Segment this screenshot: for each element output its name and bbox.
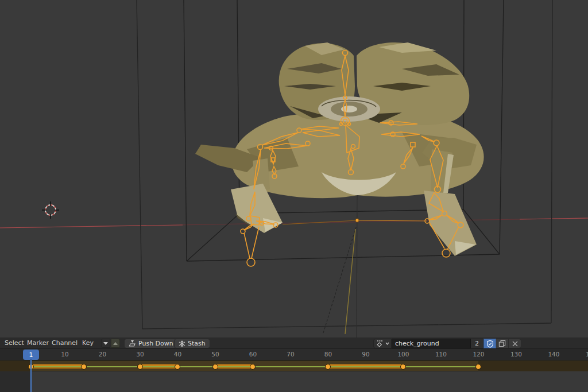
duplicate-button[interactable]	[496, 339, 509, 348]
tick-label: 130	[510, 351, 522, 358]
tick-label: 150	[586, 351, 588, 358]
fake-user-button[interactable]	[483, 339, 496, 348]
keyframe[interactable]	[250, 364, 256, 370]
tick-label: 80	[324, 351, 332, 358]
stash-label: Stash	[188, 340, 206, 347]
tick-label: 90	[362, 351, 369, 358]
menu-key[interactable]: Key	[79, 337, 97, 349]
push-down-icon	[129, 340, 136, 347]
tick-label: 120	[473, 351, 484, 358]
action-icon	[376, 340, 385, 347]
triangle-up-icon	[113, 342, 118, 345]
keyframe[interactable]	[175, 364, 180, 370]
snowflake-icon	[179, 340, 185, 347]
triangle-down-icon	[103, 342, 108, 345]
tick-label: 140	[548, 351, 559, 358]
tick-label: 20	[99, 351, 106, 358]
tick-label: 100	[397, 351, 409, 358]
keyframe[interactable]	[212, 364, 218, 370]
action-browse-button[interactable]	[373, 339, 392, 348]
ruler-out-of-range-right	[481, 349, 588, 360]
tick-label: 10	[61, 351, 68, 358]
band-out-of-range-left	[0, 361, 31, 372]
timeline-body[interactable]	[0, 371, 588, 392]
shield-check-icon	[486, 340, 494, 348]
body-out-of-range-left	[0, 371, 31, 392]
copy-icon	[498, 340, 506, 347]
ruler-out-of-range-left	[0, 349, 23, 360]
close-icon	[512, 341, 518, 347]
action-datablock-cluster: 2	[373, 339, 521, 348]
timeline-region: 102030405060708090100110120130140150 1	[0, 349, 588, 392]
move-down-button[interactable]	[101, 339, 110, 348]
tick-label: 50	[211, 351, 219, 358]
viewport-scene	[0, 0, 588, 337]
keyframe[interactable]	[137, 364, 143, 370]
push-down-button[interactable]: Push Down	[124, 339, 178, 348]
tick-label: 30	[136, 351, 144, 358]
keyframe[interactable]	[81, 364, 87, 370]
keyframe[interactable]	[400, 364, 406, 370]
keyframe[interactable]	[325, 364, 331, 370]
unlink-button[interactable]	[509, 339, 521, 348]
stash-button[interactable]: Stash	[174, 339, 210, 348]
tick-label: 110	[435, 351, 447, 358]
keyframe[interactable]	[475, 364, 481, 370]
blender-animation-workspace: Select Marker Channel Key Push Down Stas…	[0, 0, 588, 392]
tick-label: 40	[174, 351, 181, 358]
action-channel-band[interactable]	[0, 360, 588, 371]
dopesheet-header: Select Marker Channel Key Push Down Stas…	[0, 337, 588, 349]
push-down-label: Push Down	[138, 340, 173, 347]
band-out-of-range-right	[478, 361, 588, 372]
chevron-down-icon	[385, 342, 389, 345]
current-frame-indicator[interactable]: 1	[23, 350, 39, 360]
menu-channel[interactable]: Channel	[48, 337, 81, 349]
frame-ruler[interactable]: 102030405060708090100110120130140150	[0, 349, 588, 360]
playhead-line[interactable]	[30, 360, 32, 392]
tick-label: 60	[249, 351, 257, 358]
move-up-button[interactable]	[111, 339, 120, 348]
action-name-field[interactable]	[392, 339, 471, 348]
tick-label: 70	[287, 351, 294, 358]
viewport-3d[interactable]	[0, 0, 588, 337]
action-users-count[interactable]: 2	[471, 339, 483, 348]
